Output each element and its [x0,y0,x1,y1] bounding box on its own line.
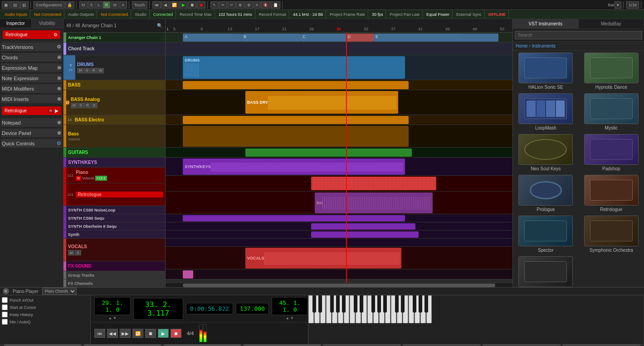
bk2[interactable] [383,295,387,312]
retrologue-instrument-btn[interactable]: Retrologue ⚙ [3,30,60,39]
tool-5[interactable]: ⊗ [245,1,253,9]
synth-cs80-clip[interactable] [311,223,415,230]
section-C[interactable]: C [301,34,346,42]
tp-play[interactable]: ▶ [158,329,169,338]
retrologue-track-row[interactable]: 111 Retrologue [63,183,165,206]
bass-group-row[interactable]: BASS [63,80,165,90]
bass-sub-row[interactable]: Bass Volume [63,125,165,148]
device-panel-header[interactable]: Device Panel ⊕ [1,129,62,137]
toolbar-icon-1[interactable]: ▣ [2,1,10,9]
bk2[interactable] [354,295,357,312]
cycle-btn[interactable]: 🔁 [170,1,179,9]
guitars-clip[interactable] [245,149,412,157]
note-expression-header[interactable]: Note Expression ⊕ [1,74,62,82]
section-D[interactable]: D [346,34,374,42]
piano-keyboard[interactable] [308,295,644,344]
tp-stop[interactable]: ⏹ [145,329,156,338]
studio-label[interactable]: Studio [132,10,150,19]
tool-7[interactable]: 🔇 [261,1,270,9]
vocals-clip[interactable]: VOCALS [245,248,401,269]
start-cursor-label[interactable]: Start at Cursor [2,304,88,310]
synth-ob-clip[interactable] [311,231,419,238]
go-start-btn[interactable]: ⏮ [152,1,161,9]
fx-sound-row[interactable]: FX SOUND [63,261,165,271]
mode-m[interactable]: M [79,1,88,9]
fx-channels-row[interactable]: FX Channels [63,279,165,287]
bass-electro-group-row[interactable]: 14 BASS Electro [63,115,165,125]
midi-modifiers-header[interactable]: MIDI Modifiers ⊕ [1,84,62,93]
vst-item-neosoul[interactable]: Neo Soul Keys [515,134,577,171]
tp-forward[interactable]: ▶▶ [120,329,131,338]
vst-item-loopmash[interactable]: LoopMash [515,93,577,130]
bk3[interactable] [419,295,422,312]
toolbar-lock[interactable]: 🔒 [65,1,74,9]
piano-row[interactable]: 111 Piano R Volume +12.1 [63,168,165,183]
tool-8[interactable]: 📋 [271,1,280,9]
quick-controls-header[interactable]: Quick Controls ⚙ [1,139,62,148]
vst-search-input[interactable] [515,31,642,39]
keep-history-checkbox[interactable] [2,312,8,317]
synth-ob-row[interactable]: SYNTH Oberheim II Sequ [63,222,165,231]
mix-autoq-label[interactable]: Mix / AutoQ [2,319,88,325]
visibility-tab[interactable]: Visibility [32,19,63,28]
bk3[interactable] [413,295,416,312]
vst-item-symphonic[interactable]: Symphonic Orchestra [581,216,643,253]
mix-autoq-checkbox[interactable] [2,319,8,325]
quantize-value[interactable]: 1/16 [626,1,639,9]
start-cursor-checkbox[interactable] [2,304,8,310]
section-A[interactable]: A [183,34,242,42]
right-arrow-up[interactable]: ▲ [286,316,289,320]
trackversions-header[interactable]: TrackVersions ⚙ [1,43,62,51]
right-arrow-down[interactable]: ▼ [290,316,294,320]
section-B[interactable]: B [242,34,301,42]
synth-cs80-seq-row[interactable]: SYNTH CS80 Sequ [63,214,165,222]
vocals-row[interactable]: VOCALS M S [63,239,165,261]
retrologue-plugin-btn[interactable]: Retrologue R ▶ [2,106,61,115]
drums-fold-btn[interactable]: ▼ 21 [66,55,75,80]
go-back-btn[interactable]: ◀ [161,1,169,9]
ba-r[interactable]: R [84,103,91,108]
vst-item-spector[interactable]: Spector [515,216,577,253]
vst-item-retrologue[interactable]: Retrologue [581,175,643,212]
synth-plain-row[interactable]: Synth [63,231,165,239]
bass-group-clip[interactable] [183,81,408,89]
inspector-tab[interactable]: Inspector [0,19,32,28]
tool-2[interactable]: ✏ [219,1,227,9]
breadcrumb-home[interactable]: Home [516,43,528,48]
toolbar-icon-3[interactable]: ▥ [20,1,29,9]
mode-r[interactable]: R [103,1,111,9]
fx-clip[interactable] [183,270,193,279]
vst-item-hypnotic[interactable]: Hypnotic Dance [581,53,643,90]
retrologue-clip[interactable]: Bm [315,192,433,213]
mediabay-tab[interactable]: MediaBay [579,19,644,29]
tp-cycle[interactable]: 🔁 [132,329,143,338]
h-scroll-thumb[interactable] [183,284,495,287]
drums-write-btn[interactable]: W [98,68,104,73]
tool-3[interactable]: ✂ [228,1,236,9]
bk[interactable] [312,295,316,312]
synth-keys-group-row[interactable]: SYNTH/KEYS [63,158,165,168]
h-scrollbar[interactable] [166,283,512,287]
drums-track-row[interactable]: ▼ 21 DRUMS M S R W [63,55,165,80]
stop-btn[interactable]: ⏹ [188,1,196,9]
keep-history-label[interactable]: Keep History [2,312,88,317]
chords-header[interactable]: Chords ⊕ [1,53,62,62]
vst-item-prologue[interactable]: Prologue [515,175,577,212]
drums-read-btn[interactable]: R [91,68,97,73]
bass-analog-clip[interactable]: BASS DRY [245,91,398,114]
section-E[interactable]: E [374,34,498,42]
tool-6[interactable]: ≡ [254,1,260,9]
play-btn[interactable]: ▶ [180,1,187,9]
expression-map-header[interactable]: Expression Map ⊕ [1,63,62,72]
bk[interactable] [342,295,346,312]
mode-s[interactable]: S [88,1,95,9]
piano-close-btn[interactable]: ✕ [3,288,9,294]
vst-item-halion[interactable]: HALion Sonic SE [515,53,577,90]
ba-e[interactable]: E [91,103,98,108]
bk3[interactable] [395,295,399,312]
group-tracks-row[interactable]: Group Tracks [63,271,165,279]
synth-keys-clip[interactable]: SYNTH/KEYS [183,159,405,175]
mode-w[interactable]: W [111,1,119,9]
configurations-btn[interactable]: Configurations [34,1,64,9]
bk2[interactable] [371,295,375,312]
